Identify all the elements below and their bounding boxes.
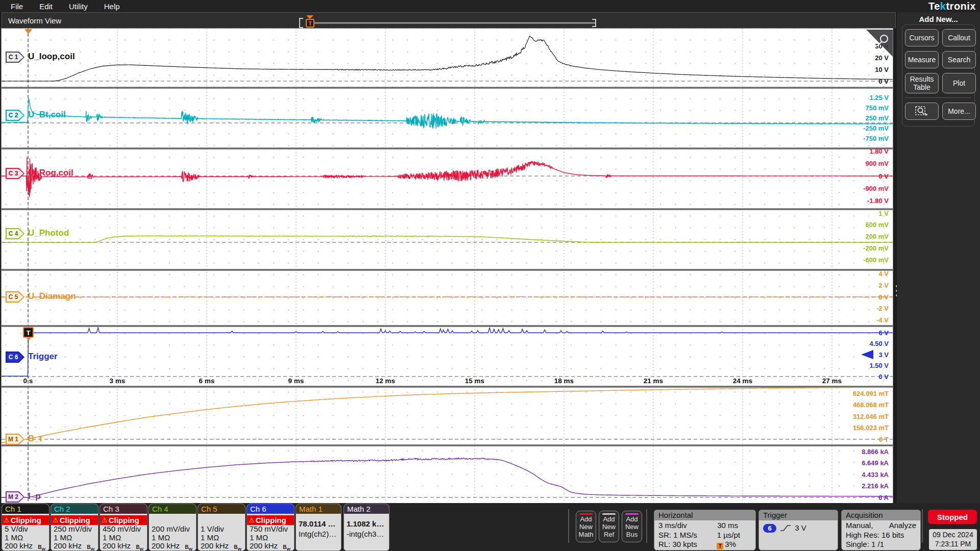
channel-setting: 1 V/div xyxy=(201,525,245,534)
svg-text:312.046 mT: 312.046 mT xyxy=(853,413,889,420)
run-stop-button[interactable]: Stopped xyxy=(928,510,977,524)
svg-text:8.866 kA: 8.866 kA xyxy=(862,448,889,456)
warning-icon: ⚠ xyxy=(53,516,59,524)
add-new-ref-button[interactable]: AddNewRef xyxy=(599,511,619,542)
menu-item-file[interactable]: File xyxy=(11,2,23,11)
channel-badge-ch-2[interactable]: Ch 2⚠Clipping250 mV/div1 MΩ200 kHzBW xyxy=(51,504,99,551)
add-new-cursors-button[interactable]: Cursors xyxy=(905,29,939,46)
trigger-position-marker xyxy=(24,29,32,34)
add-new-measure-button[interactable]: Measure xyxy=(905,51,939,68)
svg-text:0 T: 0 T xyxy=(879,436,889,443)
channel-label-c2[interactable]: U_Bt,coil xyxy=(28,110,66,120)
svg-text:15 ms: 15 ms xyxy=(465,377,484,385)
horizontal-resolution: 1 µs/pt xyxy=(717,531,740,540)
channel-setting: 200 kHzBW xyxy=(201,542,245,550)
menu-item-edit[interactable]: Edit xyxy=(39,2,53,11)
acquisition-panel[interactable]: Acquisition Manual,Analyze High Res: 16 … xyxy=(841,510,921,550)
badge-title: Ch 1 xyxy=(2,504,49,514)
svg-text:0 V: 0 V xyxy=(878,172,889,180)
svg-text:-1.80 V: -1.80 V xyxy=(867,197,889,205)
svg-text:0 A: 0 A xyxy=(878,494,889,502)
right-panel: Add New... CursorsCalloutMeasureSearchRe… xyxy=(897,12,980,503)
badge-title: Math 1 xyxy=(296,504,341,514)
waveform-view-title: Waveform View xyxy=(8,16,61,25)
svg-text:3 V: 3 V xyxy=(878,351,889,359)
svg-text:T: T xyxy=(308,20,312,27)
trace-c6 xyxy=(2,328,893,377)
math-badge-math-1[interactable]: Math 178.0114 …Intg(ch2)… xyxy=(296,504,341,551)
horizontal-panel[interactable]: Horizontal 3 ms/div30 ms SR: 1 MS/s1 µs/… xyxy=(654,510,756,550)
menu-bar: FileEditUtilityHelp Tektronix xyxy=(0,0,980,12)
add-new-math-button[interactable]: AddNewMath xyxy=(576,511,596,542)
horizontal-pan-zoom-ribbon[interactable]: T xyxy=(296,14,600,29)
svg-text:2 V: 2 V xyxy=(878,282,889,289)
zoom-corner-icon[interactable] xyxy=(866,30,893,57)
svg-text:20 V: 20 V xyxy=(875,54,889,62)
clipping-warning: ⚠Clipping xyxy=(100,515,147,525)
menu-item-help[interactable]: Help xyxy=(104,2,120,11)
add-new-callout-button[interactable]: Callout xyxy=(942,29,976,46)
trigger-panel[interactable]: Trigger 6 3 V xyxy=(758,510,838,550)
channel-setting: 1 MΩ xyxy=(103,534,147,542)
channel-label-m2[interactable]: I_p xyxy=(28,491,41,502)
menu-item-utility[interactable]: Utility xyxy=(69,2,88,11)
channel-badge-ch-3[interactable]: Ch 3⚠Clipping450 mV/div1 MΩ200 kHzBW xyxy=(100,504,148,551)
svg-text:156.023 mT: 156.023 mT xyxy=(853,424,889,432)
math-expression: -intg(ch3… xyxy=(347,529,389,539)
svg-text:1.50 V: 1.50 V xyxy=(869,362,889,369)
warning-icon: ⚠ xyxy=(249,516,255,524)
horizontal-trigger-position: 3% xyxy=(725,540,736,548)
add-new-plot-button[interactable]: Plot xyxy=(942,73,976,93)
channel-label-c5[interactable]: U_Diamagn xyxy=(28,291,76,302)
more-button[interactable]: More... xyxy=(942,103,976,120)
badge-title: Ch 3 xyxy=(100,504,147,514)
badge-title: Ch 6 xyxy=(247,504,294,514)
divider xyxy=(905,97,971,98)
svg-text:0 V: 0 V xyxy=(878,293,889,301)
svg-text:6.649 kA: 6.649 kA xyxy=(862,459,889,467)
horizontal-record-length: RL: 30 kpts xyxy=(658,540,697,549)
datetime-badge: 09 Dec 2024 7:23:11 PM xyxy=(929,529,977,550)
channel-badge-ch-4[interactable]: Ch 4200 mV/div1 MΩ200 kHzBW xyxy=(149,504,197,551)
trace-m1 xyxy=(2,387,893,443)
bandwidth-limit-icon: BW xyxy=(38,543,45,551)
date: 09 Dec 2024 xyxy=(929,530,977,539)
channel-label-m1[interactable]: B_t xyxy=(28,434,42,444)
trigger-level-arrow xyxy=(861,350,873,359)
divider xyxy=(646,509,647,543)
badge-title: Math 2 xyxy=(344,504,389,514)
svg-text:750 mV: 750 mV xyxy=(865,104,889,112)
add-new-results-table-button[interactable]: Results Table xyxy=(905,73,939,93)
math-badge-math-2[interactable]: Math 21.1082 k…-intg(ch3… xyxy=(344,504,389,551)
svg-text:-250 mV: -250 mV xyxy=(863,124,889,132)
channel-badge-ch-1[interactable]: Ch 1⚠Clipping5 V/div1 MΩ200 kHzBW xyxy=(2,504,50,551)
svg-text:624.091 mT: 624.091 mT xyxy=(853,390,889,397)
add-new-bus-button[interactable]: AddNewBus xyxy=(622,511,642,542)
trigger-source-badge: 6 xyxy=(763,524,776,533)
time: 7:23:11 PM xyxy=(929,539,977,548)
channel-setting: 200 kHzBW xyxy=(250,542,294,550)
trace-c2 xyxy=(2,98,893,129)
add-new-search-button[interactable]: Search xyxy=(942,51,976,68)
menu-items: FileEditUtilityHelp xyxy=(0,2,120,11)
waveform-grid[interactable]: 30 V20 V10 V0 V1.25 V750 mV250 mV-250 mV… xyxy=(2,29,893,503)
zoom-select-button[interactable] xyxy=(905,103,939,120)
channel-setting: 5 V/div xyxy=(5,525,49,534)
svg-text:18 ms: 18 ms xyxy=(554,377,574,385)
acquisition-analyze: Analyze xyxy=(889,521,916,531)
channel-label-c6[interactable]: Trigger xyxy=(28,352,58,362)
channel-setting: 200 kHzBW xyxy=(54,542,98,550)
tektronix-logo: Tektronix xyxy=(928,1,976,12)
rising-edge-icon xyxy=(779,524,792,532)
channel-badge-ch-6[interactable]: Ch 6⚠Clipping750 mV/div1 MΩ200 kHzBW xyxy=(247,504,295,551)
svg-text:-200 mV: -200 mV xyxy=(863,244,889,252)
svg-text:10 V: 10 V xyxy=(875,66,889,73)
channel-label-c1[interactable]: U_loop,coil xyxy=(28,52,75,62)
badge-title: Ch 2 xyxy=(51,504,98,514)
channel-label-c4[interactable]: U_Photod xyxy=(28,228,69,238)
channel-badge-ch-5[interactable]: Ch 51 V/div1 MΩ200 kHzBW xyxy=(198,504,246,551)
math-value: 78.0114 … xyxy=(299,514,341,529)
svg-text:1.25 V: 1.25 V xyxy=(869,94,889,102)
clipping-warning: ⚠Clipping xyxy=(247,515,294,525)
channel-label-c3[interactable]: U_Rog,coil xyxy=(28,168,74,178)
